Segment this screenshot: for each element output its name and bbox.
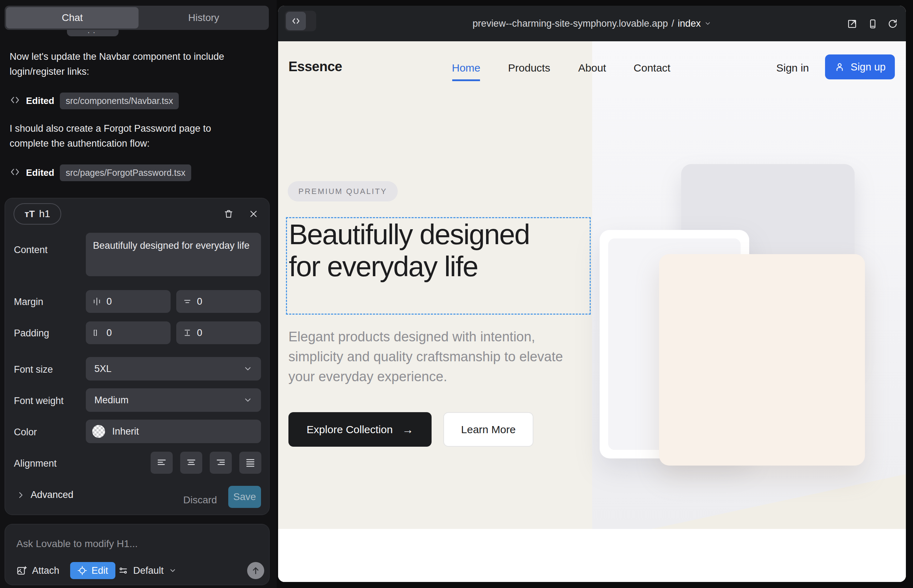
refresh-button[interactable] xyxy=(886,18,899,30)
mobile-preview-button[interactable] xyxy=(866,18,879,30)
chevron-down-icon xyxy=(169,567,176,575)
chevron-down-icon xyxy=(243,364,253,373)
site-logo[interactable]: Essence xyxy=(288,59,342,74)
chat-input[interactable] xyxy=(16,535,251,553)
learn-more-button[interactable]: Learn More xyxy=(444,412,533,447)
advanced-label: Advanced xyxy=(31,489,73,501)
nav-link-about[interactable]: About xyxy=(578,62,606,74)
nav-link-products[interactable]: Products xyxy=(508,62,550,74)
explore-collection-label: Explore Collection xyxy=(307,423,393,436)
premium-quality-badge: PREMIUM QUALITY xyxy=(288,181,398,202)
color-label: Color xyxy=(14,427,37,438)
padding-horizontal-input[interactable]: 0 xyxy=(86,321,170,344)
nav-link-home[interactable]: Home xyxy=(452,62,480,74)
attach-button[interactable]: Attach xyxy=(16,562,60,579)
discard-button[interactable]: Discard xyxy=(179,489,222,511)
tab-history[interactable]: History xyxy=(139,6,269,30)
site-preview-window: preview--charming-site-symphony.lovable.… xyxy=(278,6,906,582)
chevron-down-icon xyxy=(704,20,711,27)
ellipsis-dots: ·· xyxy=(87,30,98,35)
code-icon xyxy=(10,166,20,179)
preview-topbar: preview--charming-site-symphony.lovable.… xyxy=(278,6,906,41)
hero-paragraph: Elegant products designed with intention… xyxy=(288,327,577,386)
external-link-icon xyxy=(847,18,858,29)
file-chip[interactable]: src/components/Navbar.tsx xyxy=(60,92,179,109)
chat-message: Now let's update the Navbar component to… xyxy=(10,49,230,79)
edit-mode-button[interactable]: Edit xyxy=(70,562,115,579)
code-icon xyxy=(286,12,306,30)
margin-horizontal-value: 0 xyxy=(107,296,112,307)
selected-element-tag-pill[interactable]: тT h1 xyxy=(13,203,61,225)
chevron-right-icon xyxy=(16,491,25,499)
padding-horizontal-icon xyxy=(92,328,102,338)
edited-label: Edited xyxy=(26,95,54,107)
preview-url: preview--charming-site-symphony.lovable.… xyxy=(473,18,668,29)
padding-horizontal-value: 0 xyxy=(107,328,112,339)
code-icon xyxy=(10,95,20,107)
content-label: Content xyxy=(14,244,48,255)
margin-vertical-icon xyxy=(183,297,192,306)
align-left-icon xyxy=(156,457,167,468)
align-right-button[interactable] xyxy=(210,452,232,474)
preview-page-name: index xyxy=(678,18,701,29)
chat-history-tabbar: Chat History xyxy=(5,6,269,30)
color-picker-field[interactable]: Inherit xyxy=(86,420,261,443)
margin-horizontal-input[interactable]: 0 xyxy=(86,290,170,313)
element-editor-panel: тT h1 Content Beautifully designed for e… xyxy=(5,198,270,515)
align-left-button[interactable] xyxy=(151,452,173,474)
content-textarea[interactable]: Beautifully designed for everyday life xyxy=(86,233,261,276)
margin-horizontal-icon xyxy=(92,297,102,306)
alignment-label: Alignment xyxy=(14,458,57,469)
file-chip[interactable]: src/pages/ForgotPassword.tsx xyxy=(60,165,191,181)
scrolled-message-pill: ·· xyxy=(67,30,118,36)
edited-file-row[interactable]: Edited src/pages/ForgotPassword.tsx xyxy=(10,164,191,181)
close-icon xyxy=(249,209,258,218)
attach-image-icon xyxy=(16,565,27,576)
hero-heading[interactable]: Beautifully designed for everyday life xyxy=(289,218,531,283)
margin-vertical-value: 0 xyxy=(197,296,202,307)
align-center-icon xyxy=(186,457,197,468)
arrow-up-icon xyxy=(251,566,260,575)
padding-vertical-value: 0 xyxy=(197,328,202,339)
edited-file-row[interactable]: Edited src/components/Navbar.tsx xyxy=(10,92,179,110)
padding-label: Padding xyxy=(14,328,49,339)
tab-chat[interactable]: Chat xyxy=(6,7,139,29)
nav-link-contact[interactable]: Contact xyxy=(633,62,670,74)
align-center-button[interactable] xyxy=(180,452,202,474)
font-size-select[interactable]: 5XL xyxy=(86,357,261,381)
lovable-sidebar: Chat History ·· Now let's update the Nav… xyxy=(0,0,277,588)
refresh-icon xyxy=(887,18,898,29)
padding-vertical-input[interactable]: 0 xyxy=(176,321,261,344)
padding-vertical-icon xyxy=(183,328,192,338)
chevron-down-icon xyxy=(243,396,253,405)
margin-label: Margin xyxy=(14,297,44,307)
send-button[interactable] xyxy=(247,562,264,579)
url-separator: / xyxy=(672,18,674,29)
align-justify-icon xyxy=(245,457,256,468)
open-in-new-tab-button[interactable] xyxy=(846,18,858,30)
default-label: Default xyxy=(133,565,164,576)
sliders-icon xyxy=(118,565,128,575)
close-panel-button[interactable] xyxy=(246,206,261,222)
sign-up-button[interactable]: Sign up xyxy=(825,55,895,79)
font-weight-select[interactable]: Medium xyxy=(86,388,261,412)
font-weight-label: Font weight xyxy=(14,396,64,407)
sign-in-link[interactable]: Sign in xyxy=(776,62,809,74)
delete-element-button[interactable] xyxy=(221,206,236,222)
type-icon: тT xyxy=(24,208,35,220)
default-model-dropdown[interactable]: Default xyxy=(118,562,176,579)
code-view-toggle[interactable] xyxy=(285,11,316,31)
active-nav-underline xyxy=(452,79,480,81)
align-right-icon xyxy=(215,457,226,468)
preview-url-bar[interactable]: preview--charming-site-symphony.lovable.… xyxy=(473,6,711,41)
color-value: Inherit xyxy=(112,426,139,437)
margin-vertical-input[interactable]: 0 xyxy=(176,290,261,313)
advanced-toggle[interactable]: Advanced xyxy=(16,489,73,501)
align-justify-button[interactable] xyxy=(239,452,261,474)
edited-label: Edited xyxy=(26,167,54,178)
target-icon xyxy=(77,565,87,575)
element-tag-label: h1 xyxy=(39,208,50,220)
smartphone-icon xyxy=(868,18,878,29)
save-button[interactable]: Save xyxy=(228,486,261,508)
explore-collection-button[interactable]: Explore Collection → xyxy=(288,412,432,447)
